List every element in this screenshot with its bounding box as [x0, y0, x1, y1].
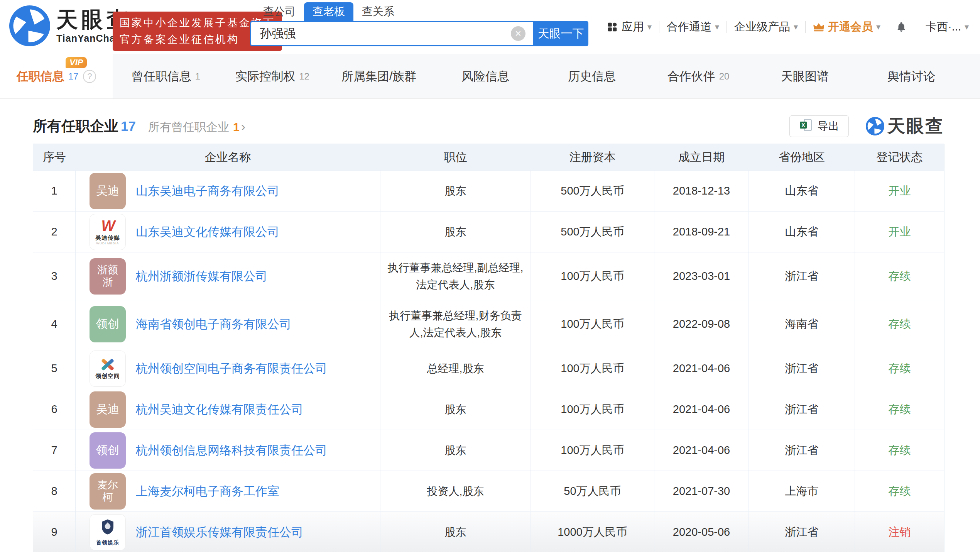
table-row-3: 3浙额浙杭州浙额浙传媒有限公司执行董事兼总经理,副总经理,法定代表人,股东100… — [33, 252, 945, 300]
search-button[interactable]: 天眼一下 — [533, 21, 588, 46]
company-link[interactable]: 杭州领创空间电子商务有限责任公司 — [136, 361, 327, 377]
nav-item-apps[interactable]: 应用 — [607, 19, 652, 35]
cell-province: 浙江省 — [749, 348, 855, 389]
section-head-left: 所有任职企业 17 所有曾任职企业 1 › — [33, 117, 245, 136]
section-tabbar: VIP任职信息17?曾任职信息1实际控制权12所属集团/族群风险信息历史信息合作… — [0, 54, 980, 99]
cell-company: 吴迪杭州吴迪文化传媒有限责任公司 — [76, 389, 380, 430]
cell-establish-date: 2021-04-06 — [654, 430, 749, 471]
tab-actual-control[interactable]: 实际控制权12 — [219, 54, 326, 98]
cell-province: 浙江省 — [749, 512, 855, 552]
company-link[interactable]: 浙江首领娱乐传媒有限责任公司 — [136, 524, 303, 540]
cell-position: 股东 — [380, 212, 531, 252]
table-header-row: 序号企业名称职位注册资本成立日期省份地区登记状态 — [33, 144, 945, 171]
section-head-right: X 导出 天眼查 — [789, 114, 944, 138]
watermark-text: 天眼查 — [887, 114, 944, 138]
cell-company: W吴迪传媒WUDI MEDIA山东吴迪文化传媒有限公司 — [76, 212, 380, 252]
cell-registration-status: 开业 — [855, 171, 945, 212]
nav-item-user[interactable]: 卡西·... — [926, 19, 969, 35]
company-logo[interactable]: 领创 — [90, 432, 126, 469]
company-link[interactable]: 上海麦尔柯电子商务工作室 — [136, 483, 279, 500]
tab-current-positions[interactable]: VIP任职信息17? — [0, 54, 113, 98]
nav-item-notifications[interactable] — [896, 21, 911, 33]
cell-establish-date: 2022-09-08 — [654, 300, 749, 348]
cell-province: 浙江省 — [749, 389, 855, 430]
tab-label: 天眼图谱 — [781, 68, 829, 85]
cell-index: 5 — [33, 348, 76, 389]
cell-position: 执行董事兼总经理,副总经理,法定代表人,股东 — [380, 252, 531, 300]
company-link[interactable]: 山东吴迪文化传媒有限公司 — [136, 224, 279, 240]
tab-public-opinion[interactable]: 舆情讨论 — [858, 54, 965, 98]
tab-label: 历史信息 — [568, 68, 616, 85]
cell-province: 山东省 — [749, 171, 855, 212]
company-link[interactable]: 杭州领创信息网络科技有限责任公司 — [136, 442, 327, 459]
export-button[interactable]: X 导出 — [789, 115, 849, 137]
tab-partners[interactable]: 合作伙伴20 — [645, 54, 752, 98]
cell-index: 4 — [33, 300, 76, 348]
chevron-right-icon[interactable]: › — [241, 119, 245, 134]
tab-history-info[interactable]: 历史信息 — [539, 54, 645, 98]
clear-search-icon[interactable]: × — [511, 26, 525, 41]
help-icon[interactable]: ? — [83, 70, 96, 83]
company-logo[interactable]: 吴迪 — [90, 391, 126, 428]
wudi-media-logo-mark: W — [101, 218, 114, 233]
company-logo[interactable]: 浙额浙 — [90, 258, 126, 295]
export-label: 导出 — [818, 119, 839, 134]
column-header-3: 注册资本 — [531, 144, 654, 171]
table-row-4: 4领创海南省领创电子商务有限公司执行董事兼总经理,财务负责人,法定代表人,股东1… — [33, 300, 945, 348]
table-row-8: 8麦尔柯上海麦尔柯电子商务工作室投资人,股东50万人民币2021-07-30上海… — [33, 471, 945, 512]
tab-label: 合作伙伴 — [667, 68, 715, 85]
search-tab-2[interactable]: 查关系 — [353, 2, 403, 21]
search-box: × — [250, 21, 533, 46]
tab-group-cluster[interactable]: 所属集团/族群 — [326, 54, 432, 98]
nav-item-enterprise-products[interactable]: 企业级产品 — [734, 19, 798, 35]
company-logo[interactable]: 领创空间 — [90, 351, 126, 387]
company-logo[interactable]: 首领娱乐 — [90, 514, 126, 550]
tab-past-positions[interactable]: 曾任职信息1 — [113, 54, 219, 98]
cell-province: 山东省 — [749, 212, 855, 252]
company-logo[interactable]: 领创 — [90, 306, 126, 342]
tab-count: 12 — [299, 71, 309, 82]
company-logo[interactable]: 麦尔柯 — [90, 473, 126, 510]
nav-item-cooperation-channel[interactable]: 合作通道 — [667, 19, 719, 35]
search-tab-1[interactable]: 查老板 — [304, 2, 353, 21]
tab-label: 实际控制权 — [235, 68, 295, 85]
svg-text:X: X — [801, 122, 805, 128]
cell-index: 7 — [33, 430, 76, 471]
cell-registered-capital: 100万人民币 — [531, 252, 654, 300]
company-link[interactable]: 山东吴迪电子商务有限公司 — [136, 183, 279, 199]
tab-label: 舆情讨论 — [887, 68, 935, 85]
company-link[interactable]: 海南省领创电子商务有限公司 — [136, 316, 291, 332]
section-title: 所有任职企业 — [33, 117, 118, 136]
status-badge: 存续 — [889, 270, 911, 282]
table-row-5: 5领创空间杭州领创空间电子商务有限责任公司总经理,股东100万人民币2021-0… — [33, 348, 945, 389]
top-bar: 天眼查 TianYanCha.com 国家中小企业发展子基金旗下 官方备案企业征… — [0, 0, 980, 54]
cell-position: 股东 — [380, 171, 531, 212]
cell-position: 执行董事兼总经理,财务负责人,法定代表人,股东 — [380, 300, 531, 348]
company-logo[interactable]: W吴迪传媒WUDI MEDIA — [90, 214, 126, 250]
status-badge: 存续 — [889, 444, 911, 456]
cell-registration-status: 存续 — [855, 471, 945, 512]
tab-tyc-graph[interactable]: 天眼图谱 — [752, 54, 858, 98]
search-input[interactable] — [259, 26, 511, 41]
cell-registration-status: 存续 — [855, 389, 945, 430]
cell-company: 麦尔柯上海麦尔柯电子商务工作室 — [76, 471, 380, 512]
cell-registered-capital: 50万人民币 — [531, 471, 654, 512]
tab-label: 所属集团/族群 — [341, 68, 417, 85]
company-link[interactable]: 杭州浙额浙传媒有限公司 — [136, 268, 267, 284]
cell-establish-date: 2021-07-30 — [654, 471, 749, 512]
cell-establish-date: 2018-12-13 — [654, 171, 749, 212]
crown-icon — [813, 21, 825, 33]
search-tabs: 查公司查老板查关系 — [255, 2, 588, 21]
nav-item-vip-upgrade[interactable]: 开通会员 — [813, 19, 880, 35]
cell-position: 总经理,股东 — [380, 348, 531, 389]
tianyancha-swirl-icon — [9, 5, 50, 46]
search-tab-0[interactable]: 查公司 — [255, 2, 304, 21]
past-companies-count[interactable]: 1 — [233, 120, 240, 134]
nav-divider — [918, 21, 918, 33]
status-badge: 存续 — [889, 362, 911, 374]
past-companies-link[interactable]: 所有曾任职企业 — [148, 119, 229, 135]
company-logo[interactable]: 吴迪 — [90, 173, 126, 209]
cell-registration-status: 存续 — [855, 430, 945, 471]
company-link[interactable]: 杭州吴迪文化传媒有限责任公司 — [136, 401, 303, 418]
tab-risk-info[interactable]: 风险信息 — [432, 54, 539, 98]
